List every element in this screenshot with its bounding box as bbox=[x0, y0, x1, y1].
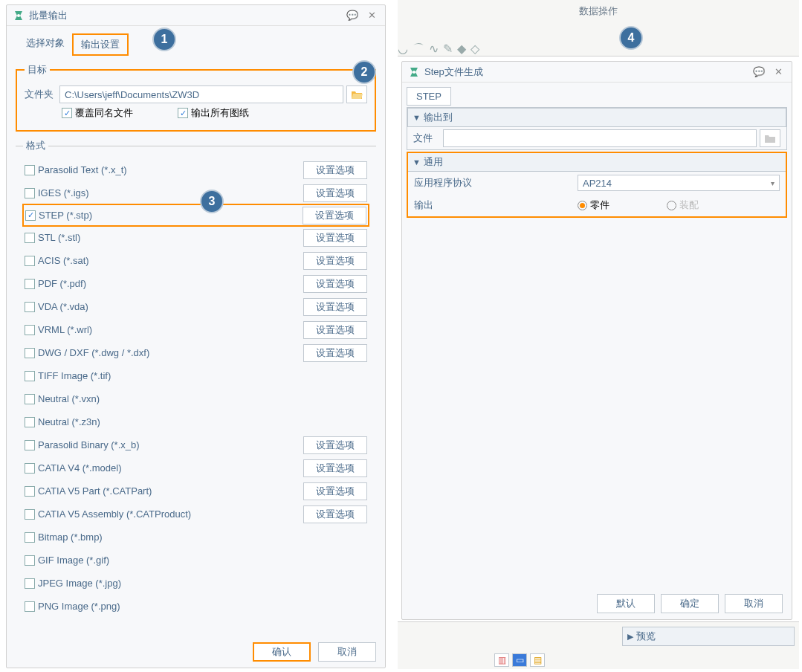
folder-input[interactable] bbox=[59, 85, 343, 103]
format-row[interactable]: Parasolid Text (*.x_t)设置选项 bbox=[23, 158, 369, 181]
format-name: JPEG Image (*.jpg) bbox=[38, 578, 367, 589]
step-export-dialog: Step文件生成 💬 ✕ STEP ▼输出到 文件 ▼通用 应用程序协议 AP2… bbox=[401, 61, 792, 620]
format-options-button[interactable]: 设置选项 bbox=[303, 229, 367, 247]
browse-file-button[interactable] bbox=[760, 129, 780, 147]
format-row[interactable]: VDA (*.vda)设置选项 bbox=[23, 295, 369, 318]
format-row[interactable]: PNG Image (*.png) bbox=[23, 595, 369, 618]
format-name: VDA (*.vda) bbox=[38, 301, 303, 312]
format-row[interactable]: Bitmap (*.bmp) bbox=[23, 526, 369, 549]
overwrite-checkbox[interactable]: 覆盖同名文件 bbox=[62, 106, 133, 120]
section-general[interactable]: ▼通用 bbox=[408, 153, 786, 172]
ok-button[interactable]: 确定 bbox=[661, 594, 719, 613]
cancel-button[interactable]: 取消 bbox=[318, 642, 376, 662]
format-options-button[interactable]: 设置选项 bbox=[303, 252, 367, 270]
view-mode-icon[interactable]: ▥ bbox=[494, 653, 509, 667]
section-export-to[interactable]: ▼输出到 bbox=[407, 108, 786, 127]
view-mode-icon[interactable]: ▤ bbox=[530, 653, 545, 667]
exportall-checkbox[interactable]: 输出所有图纸 bbox=[178, 106, 249, 120]
format-checkbox[interactable] bbox=[25, 440, 35, 450]
target-group: 目标 文件夹 覆盖同名文件 输出所有图纸 2 bbox=[16, 63, 376, 132]
format-options-button[interactable]: 设置选项 bbox=[303, 207, 366, 224]
format-row[interactable]: CATIA V5 Assembly (*.CATProduct)设置选项 bbox=[23, 503, 369, 526]
format-checkbox[interactable] bbox=[25, 210, 36, 221]
titlebar[interactable]: 批量输出 💬 ✕ bbox=[7, 5, 385, 26]
format-name: STL (*.stl) bbox=[38, 232, 303, 243]
comment-icon[interactable]: 💬 bbox=[751, 65, 766, 79]
format-checkbox[interactable] bbox=[25, 601, 35, 612]
ok-button[interactable]: 确认 bbox=[253, 642, 311, 662]
tool-icon[interactable]: ◆ bbox=[457, 42, 466, 57]
preview-header[interactable]: ▶预览 bbox=[622, 627, 795, 646]
arc-icon[interactable]: ⌒ bbox=[413, 42, 424, 57]
format-row[interactable]: GIF Image (*.gif) bbox=[23, 549, 369, 572]
comment-icon[interactable]: 💬 bbox=[345, 9, 360, 22]
format-options-button[interactable]: 设置选项 bbox=[303, 436, 367, 454]
format-checkbox[interactable] bbox=[25, 348, 35, 358]
format-row[interactable]: Neutral (*.z3n) bbox=[23, 410, 369, 433]
format-checkbox[interactable] bbox=[25, 532, 35, 543]
format-checkbox[interactable] bbox=[25, 578, 35, 589]
protocol-combo[interactable]: AP214 bbox=[578, 175, 780, 191]
format-row[interactable]: Neutral (*.vxn) bbox=[23, 387, 369, 410]
default-button[interactable]: 默认 bbox=[597, 594, 655, 613]
format-row[interactable]: CATIA V5 Part (*.CATPart)设置选项 bbox=[23, 479, 369, 503]
format-checkbox[interactable] bbox=[25, 165, 35, 175]
format-row[interactable]: TIFF Image (*.tif) bbox=[23, 364, 369, 387]
format-name: Neutral (*.z3n) bbox=[38, 416, 367, 427]
format-checkbox[interactable] bbox=[25, 486, 35, 497]
format-row[interactable]: STL (*.stl)设置选项 bbox=[23, 226, 369, 249]
close-icon[interactable]: ✕ bbox=[771, 65, 786, 79]
format-checkbox[interactable] bbox=[25, 555, 35, 566]
format-checkbox[interactable] bbox=[25, 463, 35, 474]
format-checkbox[interactable] bbox=[25, 188, 35, 198]
format-row[interactable]: ACIS (*.sat)设置选项 bbox=[23, 249, 369, 272]
format-checkbox[interactable] bbox=[25, 509, 35, 520]
radio-assembly[interactable]: 装配 bbox=[667, 198, 699, 212]
format-checkbox[interactable] bbox=[25, 394, 35, 404]
format-options-button[interactable]: 设置选项 bbox=[303, 161, 367, 179]
format-checkbox[interactable] bbox=[25, 256, 35, 266]
folder-label: 文件夹 bbox=[25, 88, 54, 101]
format-options-button[interactable]: 设置选项 bbox=[303, 459, 367, 477]
tab-select-object[interactable]: 选择对象 bbox=[19, 33, 72, 56]
svg-point-0 bbox=[17, 14, 20, 17]
format-row[interactable]: VRML (*.wrl)设置选项 bbox=[23, 318, 369, 341]
format-checkbox[interactable] bbox=[25, 371, 35, 381]
tool-icon[interactable]: ✎ bbox=[443, 42, 453, 57]
titlebar[interactable]: Step文件生成 💬 ✕ bbox=[402, 62, 792, 83]
format-options-button[interactable]: 设置选项 bbox=[303, 505, 367, 523]
format-row[interactable]: PDF (*.pdf)设置选项 bbox=[23, 272, 369, 295]
format-checkbox[interactable] bbox=[25, 302, 35, 312]
spline-icon[interactable]: ∿ bbox=[429, 42, 439, 57]
format-options-button[interactable]: 设置选项 bbox=[303, 298, 367, 316]
format-checkbox[interactable] bbox=[25, 417, 35, 427]
format-options-button[interactable]: 设置选项 bbox=[303, 321, 367, 339]
close-icon[interactable]: ✕ bbox=[364, 9, 379, 22]
tab-output-settings[interactable]: 输出设置 bbox=[72, 33, 129, 56]
tab-step[interactable]: STEP bbox=[407, 87, 451, 106]
format-row[interactable]: Parasolid Binary (*.x_b)设置选项 bbox=[23, 433, 369, 456]
format-row[interactable]: DWG / DXF (*.dwg / *.dxf)设置选项 bbox=[23, 341, 369, 364]
format-checkbox[interactable] bbox=[25, 233, 35, 243]
browse-folder-button[interactable] bbox=[346, 85, 367, 103]
format-name: STEP (*.stp) bbox=[39, 210, 303, 221]
format-checkbox[interactable] bbox=[25, 325, 35, 335]
tool-icon[interactable]: ◇ bbox=[470, 42, 479, 57]
format-row[interactable]: IGES (*.igs)设置选项 bbox=[23, 181, 369, 204]
format-name: Parasolid Binary (*.x_b) bbox=[38, 439, 303, 450]
curve-icon[interactable]: ◡ bbox=[398, 42, 408, 57]
radio-part[interactable]: 零件 bbox=[578, 198, 667, 212]
format-options-button[interactable]: 设置选项 bbox=[303, 275, 367, 293]
format-options-button[interactable]: 设置选项 bbox=[303, 482, 367, 500]
format-row[interactable]: STEP (*.stp)设置选项 bbox=[22, 204, 369, 227]
toolbar-icons: ◡ ⌒ ∿ ✎ ◆ ◇ bbox=[398, 42, 479, 57]
format-options-button[interactable]: 设置选项 bbox=[303, 184, 367, 202]
format-row[interactable]: CATIA V4 (*.model)设置选项 bbox=[23, 456, 369, 479]
format-checkbox[interactable] bbox=[25, 279, 35, 289]
file-input[interactable] bbox=[443, 129, 757, 147]
app-icon bbox=[13, 10, 25, 22]
cancel-button[interactable]: 取消 bbox=[725, 594, 783, 613]
format-row[interactable]: JPEG Image (*.jpg) bbox=[23, 572, 369, 595]
view-mode-icon[interactable]: ▭ bbox=[512, 653, 527, 667]
format-options-button[interactable]: 设置选项 bbox=[303, 344, 367, 362]
